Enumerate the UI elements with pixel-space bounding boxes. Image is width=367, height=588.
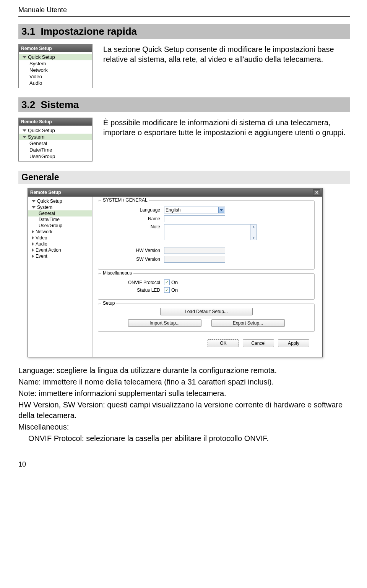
chevron-down-icon <box>23 129 26 132</box>
side-label-closed-3: Event Action <box>36 247 61 253</box>
side-general[interactable]: General <box>28 210 92 216</box>
side-label-closed-4: Event <box>36 254 47 259</box>
dropdown-arrow-icon <box>218 207 224 213</box>
side-video[interactable]: Video <box>28 235 92 241</box>
chevron-down-icon <box>32 200 36 202</box>
page-number: 10 <box>18 460 350 468</box>
group-setup-legend: Setup <box>101 300 116 306</box>
ok-button[interactable]: OK <box>208 339 239 347</box>
panelA-label-1: System <box>29 61 46 66</box>
panelA-item-network[interactable]: Network <box>19 67 92 73</box>
note-label: Note <box>103 224 164 229</box>
sw-version-value <box>164 256 225 263</box>
onvif-label: ONVIF Protocol <box>103 280 164 285</box>
scroll-down-icon: ▾ <box>251 236 256 240</box>
panelA-label-0: Quick Setup <box>28 54 55 60</box>
panel-system-title: Remote Setup <box>19 118 92 126</box>
panelA-label-2: Network <box>29 67 48 73</box>
panelB-item-general[interactable]: General <box>19 140 92 147</box>
close-button[interactable]: ✕ <box>313 189 320 195</box>
bullet-name: Name: immettere il nome della telecamera… <box>18 376 350 387</box>
name-input[interactable] <box>164 215 225 222</box>
note-textarea[interactable]: ▴▾ <box>164 224 257 240</box>
side-label-closed-0: Network <box>36 229 52 234</box>
language-value: English <box>166 207 180 213</box>
cancel-button[interactable]: Cancel <box>243 339 274 347</box>
load-default-button[interactable]: Load Default Setup... <box>160 308 253 315</box>
subsection-generale-bar: Generale <box>18 171 350 184</box>
side-label-open-1: System <box>37 205 52 210</box>
section-3-1-para: La sezione Quick Setup consente di modif… <box>103 44 350 64</box>
onvif-checkbox[interactable]: ✓ <box>164 279 170 285</box>
side-quick-setup[interactable]: Quick Setup <box>28 198 92 204</box>
side-datetime[interactable]: Date/Time <box>28 216 92 223</box>
side-label-open-0: Quick Setup <box>37 199 62 204</box>
side-label-sys-0: General <box>39 211 55 216</box>
side-label-sys-1: Date/Time <box>39 217 60 222</box>
sw-version-label: SW Version <box>103 257 164 262</box>
bullet-misc: Miscellaneous: <box>18 422 350 432</box>
chevron-right-icon <box>32 242 34 246</box>
side-audio[interactable]: Audio <box>28 241 92 247</box>
dialog-main: SYSTEM / GENERAL Language English Name N… <box>93 197 322 357</box>
section-3-1-number: 3.1 <box>21 26 35 37</box>
apply-button[interactable]: Apply <box>278 339 309 347</box>
side-network[interactable]: Network <box>28 229 92 235</box>
panelA-item-audio[interactable]: Audio <box>19 80 92 86</box>
panelB-label-sub-2: User/Group <box>29 153 55 159</box>
side-system[interactable]: System <box>28 204 92 210</box>
panelA-item-quick-setup[interactable]: Quick Setup <box>19 54 92 60</box>
panelB-label-top-1: System <box>28 134 44 140</box>
bullet-onvif: ONVIF Protocol: selezionare la casella p… <box>28 433 350 444</box>
side-event-action[interactable]: Event Action <box>28 247 92 253</box>
language-select[interactable]: English <box>164 207 225 213</box>
name-label: Name <box>103 216 164 221</box>
section-3-2-number: 3.2 <box>21 99 35 110</box>
panelA-item-system[interactable]: System <box>19 60 92 67</box>
statusled-label: Status LED <box>103 288 164 293</box>
scrollbar[interactable]: ▴▾ <box>250 225 256 240</box>
panel-system: Remote Setup Quick Setup System General … <box>18 118 93 162</box>
side-label-sys-2: User/Group <box>39 223 62 228</box>
statusled-value: On <box>171 287 178 293</box>
side-label-closed-2: Audio <box>36 241 47 247</box>
panelB-item-usergroup[interactable]: User/Group <box>19 153 92 160</box>
section-3-2-title: Sistema <box>41 99 79 110</box>
scroll-up-icon: ▴ <box>251 225 256 228</box>
chevron-down-icon <box>23 136 26 138</box>
chevron-right-icon <box>32 254 34 258</box>
import-setup-button[interactable]: Import Setup... <box>128 319 201 327</box>
chevron-right-icon <box>32 236 34 240</box>
side-label-closed-1: Video <box>36 235 47 241</box>
bullet-versions: HW Version, SW Version: questi campi vis… <box>18 399 350 421</box>
header-rule <box>18 16 350 17</box>
description-bullets: Language: scegliere la lingua da utilizz… <box>18 365 350 444</box>
panelB-label-top-0: Quick Setup <box>28 128 55 133</box>
panelA-label-4: Audio <box>29 80 42 86</box>
side-event[interactable]: Event <box>28 253 92 259</box>
panelB-item-quick-setup[interactable]: Quick Setup <box>19 127 92 134</box>
hw-version-value <box>164 247 225 254</box>
section-3-2-para: È possibile modificare le informazioni d… <box>103 118 350 137</box>
section-3-1-title: Impostazione rapida <box>41 26 137 37</box>
dialog-titlebar: Remote Setup ✕ <box>28 188 322 197</box>
panelA-item-video[interactable]: Video <box>19 73 92 80</box>
side-usergroup[interactable]: User/Group <box>28 223 92 229</box>
panelB-item-system[interactable]: System <box>19 134 92 140</box>
bullet-language: Language: scegliere la lingua da utilizz… <box>18 365 350 376</box>
dialog-footer: OK Cancel Apply <box>98 336 315 352</box>
panel-quick-setup-title: Remote Setup <box>19 45 92 52</box>
statusled-checkbox[interactable]: ✓ <box>164 287 170 293</box>
panelA-label-3: Video <box>29 74 42 79</box>
panelB-label-sub-0: General <box>29 141 47 146</box>
export-setup-button[interactable]: Export Setup... <box>211 319 285 327</box>
section-3-2-bar: 3.2 Sistema <box>18 97 350 112</box>
panelB-item-datetime[interactable]: Date/Time <box>19 147 92 153</box>
panelB-label-sub-1: Date/Time <box>29 147 52 153</box>
dialog-title-text: Remote Setup <box>30 190 61 195</box>
section-3-1-bar: 3.1 Impostazione rapida <box>18 24 350 39</box>
chevron-down-icon <box>23 56 26 58</box>
panel-quick-setup: Remote Setup Quick Setup System Network … <box>18 44 93 88</box>
chevron-right-icon <box>32 230 34 234</box>
group-miscellaneous: Miscellaneous ONVIF Protocol ✓ On Status… <box>98 273 315 300</box>
